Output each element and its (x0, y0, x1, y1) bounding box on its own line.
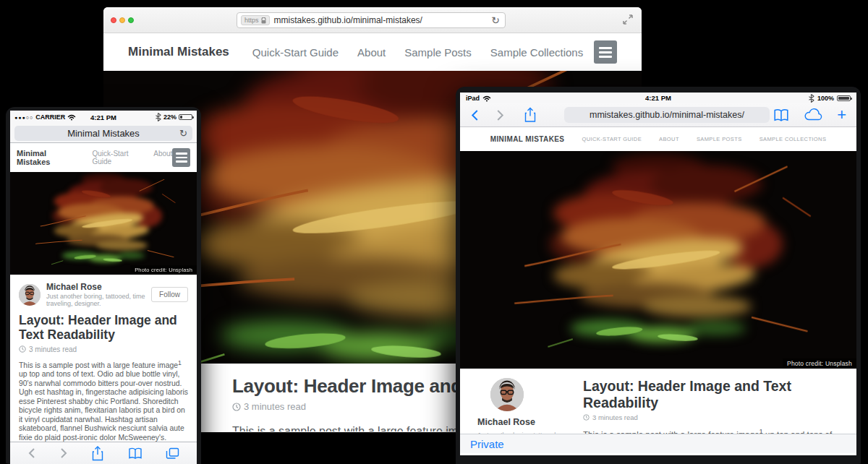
clock-icon (19, 345, 26, 353)
lock-icon (261, 17, 266, 24)
zoom-button[interactable] (128, 17, 134, 23)
forward-button[interactable] (495, 108, 505, 122)
post-meta: 3 minutes read (19, 345, 188, 353)
nav-link-sample-posts[interactable]: Sample Posts (404, 46, 472, 59)
photo-credit: Photo credit: Unsplash (130, 265, 197, 275)
author-row: Michael Rose Just another boring, tattoo… (19, 282, 188, 307)
leaves-photo (460, 151, 856, 369)
nav-link-quick-start[interactable]: Quick-Start Guide (252, 46, 339, 59)
safari-toolbar (10, 442, 197, 464)
status-time: 4:21 PM (460, 94, 856, 102)
nav-link-about[interactable]: About (357, 46, 386, 59)
battery-percent: 22% (163, 113, 176, 121)
nav-link-sample-collections[interactable]: SAMPLE COLLECTIONS (760, 136, 827, 142)
nav-link-quick-start[interactable]: Quick-Start Guide (93, 150, 142, 166)
desktop-site-nav: Minimal Mistakes Quick-Start Guide About… (103, 33, 642, 71)
nav-link-quick-start[interactable]: QUICK-START GUIDE (582, 136, 642, 142)
iphone-url-row: Minimal Mistakes ↻ (10, 124, 197, 143)
tabs-icon[interactable] (166, 447, 179, 460)
forward-button[interactable] (59, 447, 68, 459)
author-avatar (490, 378, 524, 411)
share-icon[interactable] (91, 446, 104, 461)
iphone-url-text: Minimal Mistakes (67, 128, 140, 139)
iphone-device: ●●●○○ CARRIER 4:21 PM 22% Minimal Mistak… (6, 107, 201, 464)
ipad-url-text: mmistakes.github.io/minimal-mistakes/ (590, 110, 744, 120)
bookmarks-icon[interactable] (128, 447, 142, 460)
post-meta: 3 minutes read (583, 413, 842, 421)
desktop-titlebar: https mmistakes.github.io/minimal-mistak… (103, 7, 642, 33)
iphone-screen: ●●●○○ CARRIER 4:21 PM 22% Minimal Mistak… (10, 111, 197, 464)
nav-links: Quick-Start Guide About Sample Posts Sam… (252, 46, 583, 59)
composite-screenshot: https mmistakes.github.io/minimal-mistak… (0, 0, 868, 464)
post-title: Layout: Header Image and Text Readabilit… (19, 314, 188, 343)
nav-link-sample-posts[interactable]: SAMPLE POSTS (697, 136, 742, 142)
battery-icon (837, 95, 851, 101)
private-browsing-bar: Private (460, 434, 856, 453)
follow-button[interactable]: Follow (151, 287, 188, 302)
share-icon[interactable] (524, 107, 537, 123)
new-tab-button[interactable]: + (837, 107, 846, 123)
nav-links: Quick-Start Guide About (93, 150, 173, 166)
nav-link-about[interactable]: About (153, 150, 172, 166)
leaves-photo (10, 172, 197, 275)
iphone-status-bar: ●●●○○ CARRIER 4:21 PM 22% (10, 111, 197, 124)
battery-icon (179, 114, 192, 120)
bluetooth-icon (155, 113, 161, 121)
bluetooth-icon (808, 94, 814, 103)
author-bio: Just another boring, tattooed, (477, 431, 563, 434)
author-avatar (19, 284, 41, 306)
battery-percent: 100% (817, 95, 834, 102)
site-brand-link[interactable]: MINIMAL MISTAKES (490, 135, 565, 143)
read-time: 3 minutes read (244, 401, 306, 412)
iphone-address-bar[interactable]: Minimal Mistakes ↻ (14, 126, 192, 141)
minimize-button[interactable] (119, 17, 125, 23)
https-badge: https (241, 15, 270, 25)
ipad-site-nav: MINIMAL MISTAKES QUICK-START GUIDE ABOUT… (460, 127, 856, 151)
site-brand-link[interactable]: Minimal Mistakes (128, 45, 229, 59)
safari-toolbar: mmistakes.github.io/minimal-mistakes/ + (460, 103, 856, 127)
clock-icon (583, 414, 590, 421)
ipad-status-bar: iPad 4:21 PM 100% (460, 93, 856, 103)
footnote-link[interactable]: 1 (178, 359, 182, 366)
header-image: Photo credit: Unsplash (460, 151, 856, 369)
iphone-refresh-button[interactable]: ↻ (179, 128, 187, 139)
close-button[interactable] (111, 17, 116, 23)
private-button[interactable]: Private (470, 438, 504, 450)
site-brand-link[interactable]: Minimal Mistakes (17, 149, 77, 166)
menu-hamburger-button[interactable] (172, 148, 190, 167)
ipad-device: iPad 4:21 PM 100% mmistakes.github.io/mi… (456, 87, 861, 464)
iphone-site-nav: Minimal Mistakes Quick-Start Guide About (10, 143, 197, 172)
post-title: Layout: Header Image and Text Readabilit… (583, 378, 842, 411)
photo-credit: Photo credit: Unsplash (783, 358, 856, 369)
author-name: Michael Rose (46, 282, 145, 292)
nav-link-sample-collections[interactable]: Sample Collections (490, 46, 583, 59)
author-sidebar: Michael Rose Just another boring, tattoo… (477, 378, 563, 434)
device-label: iPad (466, 95, 480, 102)
clock-icon (232, 403, 241, 411)
header-image: Photo credit: Unsplash (10, 172, 197, 275)
nav-link-about[interactable]: ABOUT (659, 136, 679, 142)
menu-hamburger-button[interactable] (594, 40, 617, 64)
back-button[interactable] (470, 108, 480, 122)
url-text: mmistakes.github.io/minimal-mistakes/ (274, 15, 422, 25)
author-name: Michael Rose (477, 417, 563, 427)
ipad-screen: iPad 4:21 PM 100% mmistakes.github.io/mi… (460, 93, 856, 455)
author-bio: Just another boring, tattooed, time trav… (46, 293, 145, 307)
read-time: 3 minutes read (29, 345, 77, 353)
fullscreen-icon[interactable] (623, 14, 633, 25)
ipad-article: Michael Rose Just another boring, tattoo… (460, 369, 856, 434)
post-paragraph: This is a sample post with a large featu… (583, 427, 842, 434)
address-bar[interactable]: https mmistakes.github.io/minimal-mistak… (237, 12, 506, 28)
bookmarks-icon[interactable] (773, 108, 789, 122)
refresh-button[interactable]: ↻ (491, 14, 500, 26)
wifi-icon (482, 95, 491, 102)
back-button[interactable] (27, 447, 36, 459)
read-time: 3 minutes read (592, 413, 638, 421)
ipad-address-bar[interactable]: mmistakes.github.io/minimal-mistakes/ (564, 107, 770, 123)
cloud-tabs-icon[interactable] (804, 108, 822, 121)
iphone-article: Michael Rose Just another boring, tattoo… (10, 275, 197, 464)
